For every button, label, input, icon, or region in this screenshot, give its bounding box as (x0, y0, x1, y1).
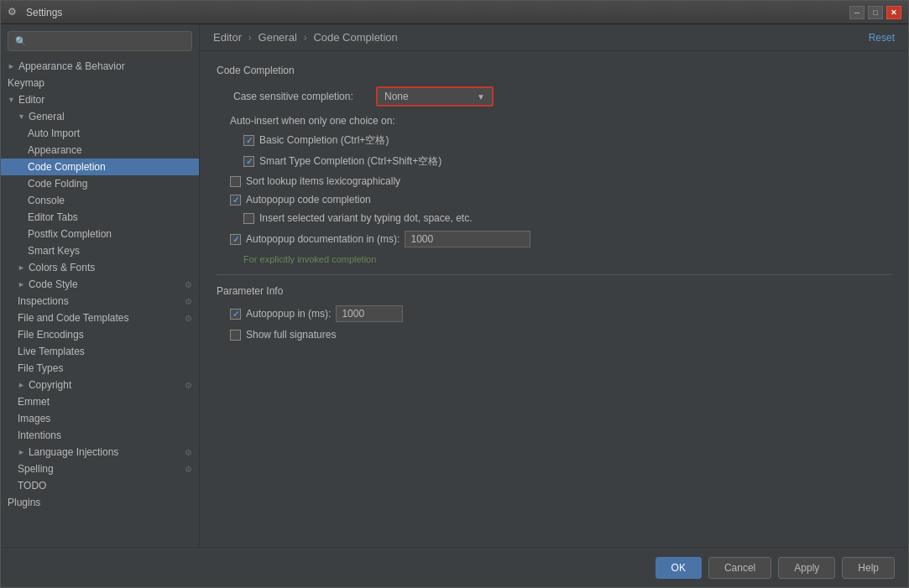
search-box[interactable]: 🔍 (8, 31, 192, 51)
sidebar-item-label: Plugins (8, 497, 40, 508)
window-icon: ⚙ (8, 6, 21, 19)
gear-icon: ⚙ (185, 465, 192, 474)
sidebar-item-label: Console (28, 195, 65, 206)
ok-button[interactable]: OK (656, 557, 702, 579)
sidebar-item-label: Keymap (8, 77, 44, 89)
breadcrumb-editor[interactable]: Editor (213, 31, 242, 44)
insert-variant-checkbox[interactable] (243, 213, 254, 224)
minimize-button[interactable]: ─ (849, 6, 865, 19)
arrow-icon: ► (18, 263, 25, 272)
sidebar-item-intentions[interactable]: Intentions (1, 427, 199, 444)
search-icon: 🔍 (15, 36, 27, 47)
reset-button[interactable]: Reset (869, 32, 895, 44)
insert-variant-label: Insert selected variant by typing dot, s… (259, 212, 472, 224)
maximize-button[interactable]: □ (868, 6, 883, 19)
sidebar-item-appearance[interactable]: ►Appearance & Behavior (1, 58, 199, 75)
sidebar-item-smart-keys[interactable]: Smart Keys (1, 242, 199, 259)
sort-lookup-row: Sort lookup items lexicographically (217, 175, 891, 187)
show-signatures-label: Show full signatures (246, 329, 336, 341)
arrow-icon: ▼ (18, 112, 25, 121)
arrow-icon: ► (18, 280, 25, 289)
case-sensitive-row: Case sensitive completion: None ▼ (217, 86, 891, 107)
search-input[interactable] (30, 35, 185, 47)
sidebar-item-label: File Encodings (18, 329, 84, 341)
apply-button[interactable]: Apply (778, 557, 835, 579)
nav-list: ►Appearance & BehaviorKeymap▼Editor▼Gene… (1, 58, 199, 511)
sidebar-item-postfix-completion[interactable]: Postfix Completion (1, 226, 199, 242)
sidebar-item-label: Images (18, 413, 50, 424)
sidebar-item-label: Intentions (18, 429, 61, 441)
sidebar-item-general[interactable]: ▼General (1, 108, 199, 125)
sidebar-item-label: Editor Tabs (28, 211, 78, 223)
window-controls: ─ □ ✕ (849, 6, 901, 19)
sidebar-item-auto-import[interactable]: Auto Import (1, 125, 199, 142)
sidebar-item-copyright[interactable]: ►Copyright⚙ (1, 377, 199, 393)
autopopup-doc-checkbox[interactable] (230, 234, 241, 245)
autopopup-doc-row: Autopopup documentation in (ms): (217, 231, 891, 247)
help-button[interactable]: Help (842, 557, 895, 579)
breadcrumb: Editor › General › Code Completion (213, 31, 398, 44)
sidebar: 🔍 ►Appearance & BehaviorKeymap▼Editor▼Ge… (1, 24, 200, 547)
sidebar-item-spelling[interactable]: Spelling⚙ (1, 461, 199, 477)
smart-type-checkbox[interactable] (243, 156, 254, 167)
basic-completion-label: Basic Completion (Ctrl+空格) (259, 133, 389, 148)
auto-insert-label: Auto-insert when only one choice on: (230, 115, 395, 127)
sidebar-item-label: File and Code Templates (18, 312, 129, 324)
autopopup-checkbox[interactable] (230, 195, 241, 206)
sidebar-item-plugins[interactable]: Plugins (1, 494, 199, 511)
sidebar-item-editor[interactable]: ▼Editor (1, 91, 199, 108)
arrow-icon: ► (18, 381, 25, 389)
basic-completion-checkbox[interactable] (243, 135, 254, 146)
sort-lookup-checkbox[interactable] (230, 176, 241, 187)
breadcrumb-general[interactable]: General (259, 31, 297, 44)
sidebar-item-emmet[interactable]: Emmet (1, 393, 199, 410)
title-bar: ⚙ Settings ─ □ ✕ (1, 1, 908, 24)
case-sensitive-label: Case sensitive completion: (217, 91, 368, 102)
autopopup-doc-label: Autopopup documentation in (ms): (246, 233, 400, 245)
sidebar-item-todo[interactable]: TODO (1, 477, 199, 494)
sidebar-item-console[interactable]: Console (1, 192, 199, 209)
sidebar-item-label: Auto Import (28, 127, 80, 139)
sidebar-item-label: General (29, 111, 65, 122)
sidebar-item-inspections[interactable]: Inspections⚙ (1, 293, 199, 310)
arrow-icon: ► (18, 448, 25, 456)
sidebar-item-code-folding[interactable]: Code Folding (1, 175, 199, 192)
sidebar-item-file-types[interactable]: File Types (1, 360, 199, 377)
sidebar-item-file-code-templates[interactable]: File and Code Templates⚙ (1, 310, 199, 326)
sidebar-item-live-templates[interactable]: Live Templates (1, 343, 199, 360)
settings-window: ⚙ Settings ─ □ ✕ 🔍 ►Appearance & Behavio… (0, 0, 909, 588)
sidebar-item-code-style[interactable]: ►Code Style⚙ (1, 276, 199, 293)
case-sensitive-dropdown[interactable]: None ▼ (376, 86, 494, 107)
basic-completion-row: Basic Completion (Ctrl+空格) (217, 133, 891, 148)
sidebar-item-label: Code Style (29, 278, 78, 290)
sidebar-item-keymap[interactable]: Keymap (1, 75, 199, 91)
cancel-button[interactable]: Cancel (708, 557, 771, 579)
settings-content: Code Completion Case sensitive completio… (200, 51, 908, 547)
autopopup-param-label: Autopopup in (ms): (246, 308, 331, 320)
autopopup-param-input[interactable] (336, 305, 403, 322)
section-separator (217, 274, 891, 275)
sidebar-item-language-injections[interactable]: ►Language Injections⚙ (1, 444, 199, 461)
section-title: Code Completion (217, 65, 891, 76)
sidebar-item-code-completion[interactable]: Code Completion (1, 159, 199, 175)
breadcrumb-sep1: › (248, 31, 255, 44)
sidebar-item-appearance-sub[interactable]: Appearance (1, 142, 199, 159)
sidebar-item-label: Colors & Fonts (29, 262, 95, 273)
param-info-title: Parameter Info (217, 285, 891, 297)
sidebar-item-images[interactable]: Images (1, 410, 199, 427)
autopopup-param-checkbox[interactable] (230, 309, 241, 320)
autopopup-doc-input[interactable] (405, 231, 530, 247)
sidebar-item-file-encodings[interactable]: File Encodings (1, 326, 199, 343)
close-button[interactable]: ✕ (886, 6, 901, 19)
gear-icon: ⚙ (185, 448, 192, 457)
show-signatures-checkbox[interactable] (230, 330, 241, 341)
breadcrumb-current: Code Completion (313, 31, 397, 44)
auto-insert-row: Auto-insert when only one choice on: (217, 115, 891, 127)
sidebar-item-label: Inspections (18, 295, 69, 307)
sidebar-item-label: Smart Keys (28, 245, 80, 257)
breadcrumb-bar: Editor › General › Code Completion Reset (200, 24, 908, 51)
sidebar-item-colors-fonts[interactable]: ►Colors & Fonts (1, 259, 199, 276)
sidebar-item-editor-tabs[interactable]: Editor Tabs (1, 209, 199, 226)
sidebar-item-label: TODO (18, 480, 46, 492)
window-title: Settings (26, 7, 849, 18)
